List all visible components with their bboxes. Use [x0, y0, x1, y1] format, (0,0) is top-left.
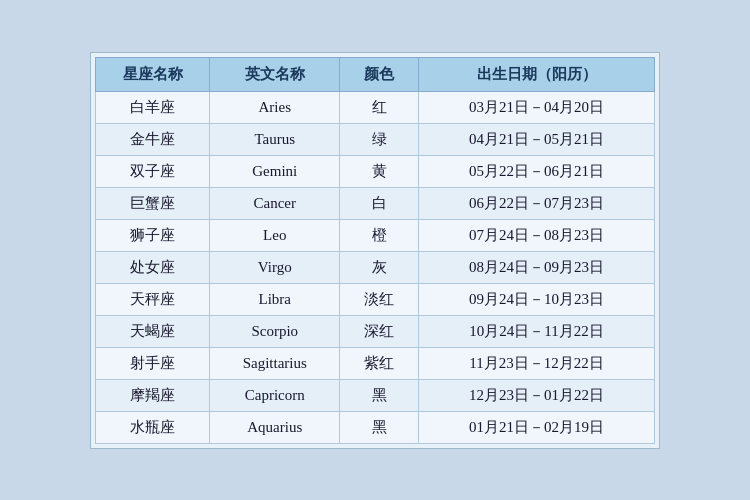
table-row: 双子座Gemini黄05月22日－06月21日 — [96, 155, 655, 187]
cell-color: 紫红 — [340, 347, 419, 379]
table-row: 天蝎座Scorpio深红10月24日－11月22日 — [96, 315, 655, 347]
cell-chinese: 摩羯座 — [96, 379, 210, 411]
cell-chinese: 天蝎座 — [96, 315, 210, 347]
cell-english: Libra — [210, 283, 340, 315]
table-row: 处女座Virgo灰08月24日－09月23日 — [96, 251, 655, 283]
cell-english: Cancer — [210, 187, 340, 219]
cell-date: 01月21日－02月19日 — [419, 411, 655, 443]
cell-date: 12月23日－01月22日 — [419, 379, 655, 411]
cell-color: 黄 — [340, 155, 419, 187]
header-date: 出生日期（阳历） — [419, 57, 655, 91]
cell-color: 淡红 — [340, 283, 419, 315]
cell-color: 深红 — [340, 315, 419, 347]
cell-color: 黑 — [340, 379, 419, 411]
cell-date: 10月24日－11月22日 — [419, 315, 655, 347]
header-color: 颜色 — [340, 57, 419, 91]
table-row: 白羊座Aries红03月21日－04月20日 — [96, 91, 655, 123]
cell-chinese: 天秤座 — [96, 283, 210, 315]
cell-chinese: 射手座 — [96, 347, 210, 379]
cell-chinese: 狮子座 — [96, 219, 210, 251]
cell-color: 黑 — [340, 411, 419, 443]
cell-english: Aries — [210, 91, 340, 123]
cell-date: 08月24日－09月23日 — [419, 251, 655, 283]
cell-chinese: 处女座 — [96, 251, 210, 283]
cell-chinese: 双子座 — [96, 155, 210, 187]
table-row: 水瓶座Aquarius黑01月21日－02月19日 — [96, 411, 655, 443]
cell-date: 04月21日－05月21日 — [419, 123, 655, 155]
cell-chinese: 巨蟹座 — [96, 187, 210, 219]
cell-english: Scorpio — [210, 315, 340, 347]
cell-english: Leo — [210, 219, 340, 251]
cell-date: 07月24日－08月23日 — [419, 219, 655, 251]
table-row: 射手座Sagittarius紫红11月23日－12月22日 — [96, 347, 655, 379]
cell-color: 橙 — [340, 219, 419, 251]
cell-english: Sagittarius — [210, 347, 340, 379]
cell-color: 白 — [340, 187, 419, 219]
cell-color: 灰 — [340, 251, 419, 283]
cell-english: Aquarius — [210, 411, 340, 443]
cell-date: 05月22日－06月21日 — [419, 155, 655, 187]
zodiac-table: 星座名称 英文名称 颜色 出生日期（阳历） 白羊座Aries红03月21日－04… — [95, 57, 655, 444]
cell-english: Virgo — [210, 251, 340, 283]
table-row: 狮子座Leo橙07月24日－08月23日 — [96, 219, 655, 251]
table-row: 摩羯座Capricorn黑12月23日－01月22日 — [96, 379, 655, 411]
cell-date: 06月22日－07月23日 — [419, 187, 655, 219]
cell-date: 03月21日－04月20日 — [419, 91, 655, 123]
table-row: 金牛座Taurus绿04月21日－05月21日 — [96, 123, 655, 155]
cell-chinese: 金牛座 — [96, 123, 210, 155]
header-english: 英文名称 — [210, 57, 340, 91]
cell-chinese: 白羊座 — [96, 91, 210, 123]
table-body: 白羊座Aries红03月21日－04月20日金牛座Taurus绿04月21日－0… — [96, 91, 655, 443]
cell-english: Capricorn — [210, 379, 340, 411]
cell-color: 绿 — [340, 123, 419, 155]
cell-english: Taurus — [210, 123, 340, 155]
cell-color: 红 — [340, 91, 419, 123]
header-chinese: 星座名称 — [96, 57, 210, 91]
table-header-row: 星座名称 英文名称 颜色 出生日期（阳历） — [96, 57, 655, 91]
cell-english: Gemini — [210, 155, 340, 187]
cell-date: 11月23日－12月22日 — [419, 347, 655, 379]
zodiac-table-wrapper: 星座名称 英文名称 颜色 出生日期（阳历） 白羊座Aries红03月21日－04… — [90, 52, 660, 449]
table-row: 巨蟹座Cancer白06月22日－07月23日 — [96, 187, 655, 219]
cell-chinese: 水瓶座 — [96, 411, 210, 443]
table-row: 天秤座Libra淡红09月24日－10月23日 — [96, 283, 655, 315]
cell-date: 09月24日－10月23日 — [419, 283, 655, 315]
